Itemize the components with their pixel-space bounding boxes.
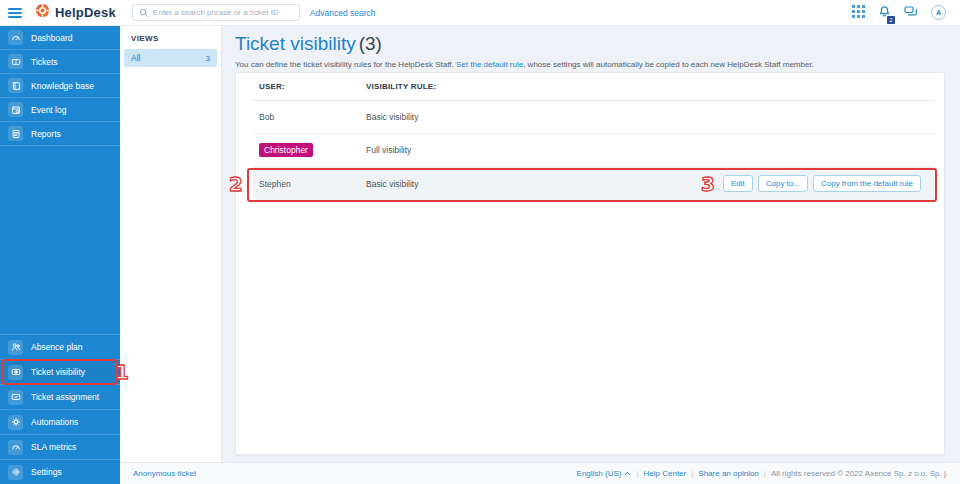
chevron-up-icon [624,469,631,478]
chat-icon[interactable] [904,4,918,22]
book-icon [8,78,23,93]
document-icon [8,126,23,141]
sidebar-item-reports[interactable]: Reports [0,122,120,146]
edit-button[interactable]: Edit [723,175,753,192]
sidebar-item-sla-metrics[interactable]: SLA metrics [0,434,120,459]
set-default-rule-link[interactable]: Set the default rule [456,60,523,69]
footer-separator: | [764,469,766,478]
gear-icon [8,465,23,480]
table-row-christopher[interactable]: Christopher Full visibility [253,134,935,167]
user-name: Bob [259,112,366,122]
search-input[interactable] [153,8,293,17]
app-title: HelpDesk [55,5,116,20]
views-panel-title: VIEWS [120,26,221,49]
share-opinion-link[interactable]: Share an opinion [698,469,759,478]
advanced-search-link[interactable]: Advanced search [310,8,376,18]
table-row-stephen[interactable]: 2 Stephen Basic visibility 3 Edit Copy t… [253,167,935,200]
views-item-count: 3 [206,54,210,63]
annotation-number-1: 1 [115,362,129,382]
sidebar-item-ticket-visibility[interactable]: Ticket visibility 1 [0,359,120,384]
annotation-number-3: 3 [701,174,715,194]
sidebar-item-settings[interactable]: Settings [0,459,120,484]
sidebar-item-tickets[interactable]: Tickets [0,50,120,74]
footer-separator: | [636,469,638,478]
user-avatar[interactable]: A [931,5,946,20]
notifications-button[interactable]: 2 [878,4,891,22]
help-center-link[interactable]: Help Center [644,469,687,478]
visibility-rule: Basic visibility [366,112,935,122]
visibility-rules-card: USER: VISIBILITY RULE: Bob Basic visibil… [235,72,945,455]
automation-gear-icon [8,415,23,430]
apps-grid-icon[interactable] [852,4,865,22]
ticket-eye-icon [8,365,23,380]
visibility-rule: Full visibility [366,145,935,155]
copy-to-button[interactable]: Copy to... [758,175,808,192]
calendar-log-icon [8,102,23,117]
sidebar: Dashboard Tickets Knowledge base Event l… [0,26,120,484]
footer: Anonymous ticket English (US) | Help Cen… [120,462,960,484]
views-item-all[interactable]: All 3 [124,49,217,67]
row-actions: 3 Edit Copy to... Copy from the default … [701,174,921,194]
views-item-label: All [131,53,140,63]
sidebar-item-ticket-assignment[interactable]: Ticket assignment [0,384,120,409]
annotation-number-2: 2 [229,174,243,194]
people-icon [8,340,23,355]
lifebuoy-logo-icon [35,3,50,22]
sidebar-bottom-group: Absence plan Ticket visibility 1 Ticket … [0,334,120,484]
table-row-bob[interactable]: Bob Basic visibility [253,101,935,134]
notification-count-badge: 2 [887,16,895,24]
sidebar-item-automations[interactable]: Automations [0,409,120,434]
user-name-badge: Christopher [259,143,313,157]
column-header-visibility-rule: VISIBILITY RULE: [366,82,935,91]
sidebar-item-dashboard[interactable]: Dashboard [0,26,120,50]
copyright-text: All rights reserved © 2022 Axence Sp. z … [771,469,948,478]
top-bar: HelpDesk Advanced search 2 [0,0,960,26]
visibility-rule: Basic visibility [366,179,701,189]
table-header: USER: VISIBILITY RULE: [253,73,935,101]
copy-from-default-rule-button[interactable]: Copy from the default rule [813,175,921,192]
gauge-icon [8,440,23,455]
page-description: You can define the ticket visibility rul… [235,60,945,70]
page-title: Ticket visibility(3) [235,33,945,55]
search-icon [139,4,149,22]
footer-separator: | [691,469,693,478]
hamburger-menu-icon[interactable] [8,6,22,20]
app-logo: HelpDesk [35,3,116,22]
column-header-user: USER: [259,82,366,91]
page-title-count: (3) [359,33,382,54]
ticket-icon [8,54,23,69]
search-box[interactable] [132,4,300,21]
sidebar-item-knowledge-base[interactable]: Knowledge base [0,74,120,98]
views-panel: VIEWS All 3 [120,26,222,462]
language-selector[interactable]: English (US) [577,469,632,478]
main-content: Ticket visibility(3) You can define the … [222,26,960,462]
ticket-check-icon [8,390,23,405]
user-name: Stephen [259,179,366,189]
sidebar-item-absence-plan[interactable]: Absence plan [0,334,120,359]
dashboard-icon [8,30,23,45]
anonymous-ticket-link[interactable]: Anonymous ticket [133,469,196,478]
sidebar-item-event-log[interactable]: Event log [0,98,120,122]
